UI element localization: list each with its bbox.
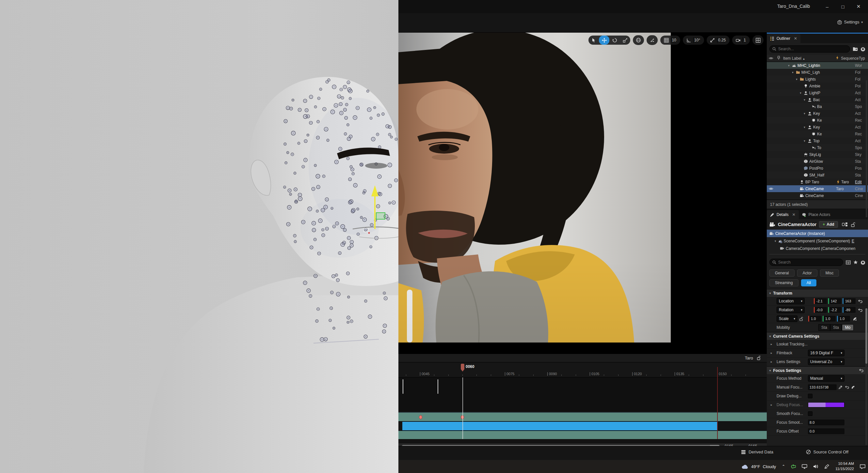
outliner-row-bac[interactable]: ▾BacAct	[767, 96, 868, 103]
outliner-row-ke[interactable]: KeRec	[767, 117, 868, 124]
location-reset-icon[interactable]	[858, 300, 863, 303]
outliner-settings-icon[interactable]	[861, 47, 865, 52]
camera-speed-value[interactable]: 1	[743, 37, 748, 43]
viewport-layout-button[interactable]	[752, 35, 764, 45]
visibility-eye-icon[interactable]	[767, 187, 775, 191]
sequence-name-label[interactable]: Taro	[745, 356, 753, 361]
rotate-tool-button[interactable]	[609, 36, 620, 45]
tab-details[interactable]: Details ✕	[767, 210, 799, 219]
expander-chevron-icon[interactable]: ▾	[803, 126, 806, 129]
outliner-row-mhc-ligh[interactable]: ▾MHC_LighFol	[767, 69, 868, 76]
details-settings-icon[interactable]	[861, 260, 865, 265]
tray-app-icon[interactable]	[791, 464, 796, 469]
mobility-option-2[interactable]: Mo	[842, 324, 854, 331]
visibility-column-eye-icon[interactable]	[767, 56, 775, 61]
select-tool-button[interactable]	[588, 36, 599, 45]
rotation-reset-icon[interactable]	[858, 308, 863, 312]
lower-track-band[interactable]	[398, 430, 767, 439]
derived-data-button[interactable]: Derived Data	[741, 449, 773, 454]
taskbar-clock[interactable]: 10:54 AM 11/15/2022	[835, 461, 854, 471]
taskbar-weather[interactable]: 49°F Cloudy	[741, 464, 776, 469]
debug-focus-color-swatch[interactable]	[808, 402, 844, 407]
outliner-row-lightp[interactable]: ▾LightPAct	[767, 89, 868, 96]
blueprint-edit-icon[interactable]	[842, 222, 848, 227]
scale-y-field[interactable]: 1.0	[823, 316, 836, 322]
expander-chevron-icon[interactable]: ▾	[803, 112, 806, 115]
scale-lock-icon[interactable]	[799, 317, 803, 321]
expander-chevron-icon[interactable]: ▸	[771, 351, 772, 354]
settings-menu[interactable]: Settings ▾	[837, 20, 863, 25]
minimize-button[interactable]: –	[824, 4, 831, 9]
sequencer-track-area[interactable]	[398, 377, 767, 412]
mobility-option-0[interactable]: Sta	[818, 324, 830, 331]
tray-chevron-up-icon[interactable]: ⌃	[782, 464, 785, 469]
scale-snap-control[interactable]: 0.25	[707, 36, 730, 45]
grid-snap-value[interactable]: 10	[671, 37, 679, 43]
scale-x-field[interactable]: 1.0	[808, 316, 821, 322]
lens-settings-dropdown[interactable]: Universal Zo▾	[808, 359, 844, 365]
grid-snap-control[interactable]: 10	[660, 36, 680, 45]
column-type[interactable]: Typ	[859, 56, 868, 61]
outliner-row-skylig[interactable]: SkyLigSky	[767, 151, 868, 158]
outliner-row-lights[interactable]: ▾LightsFol	[767, 76, 868, 82]
camera-settings-section-header[interactable]: ▾ Current Camera Settings	[767, 332, 868, 340]
location-z-field[interactable]: 163	[842, 298, 856, 304]
focus-reset-icon[interactable]	[859, 369, 863, 372]
filmback-dropdown[interactable]: 16:9 Digital F▾	[808, 350, 844, 356]
focus-smoot--field[interactable]: 8.0	[808, 419, 844, 426]
tray-pen-icon[interactable]	[824, 464, 830, 469]
sequence-flash-column-icon[interactable]	[833, 56, 841, 61]
details-scrollbar[interactable]	[865, 308, 867, 445]
scale-keyframe-icon[interactable]	[852, 317, 857, 321]
scale-snap-value[interactable]: 0.25	[717, 37, 728, 43]
move-tool-button[interactable]	[599, 36, 609, 45]
camera-speed-control[interactable]: 1	[732, 36, 750, 45]
location-x-field[interactable]: -2.1	[814, 298, 827, 304]
favorites-star-icon[interactable]	[853, 260, 858, 265]
rotation-y-field[interactable]: -2.2	[828, 307, 841, 313]
section-range-band[interactable]	[402, 421, 717, 430]
smooth-focu--checkbox[interactable]	[808, 411, 812, 416]
outliner-row-ke[interactable]: KeRec	[767, 131, 868, 137]
outliner-row-key[interactable]: ▾KeyAct	[767, 124, 868, 131]
outliner-row-sm-half[interactable]: SM_HalfSta	[767, 172, 868, 178]
sequencer-timeline-ruler[interactable]: 00450075009001050120013501500060	[398, 363, 767, 377]
calibration-3d-viewport[interactable]	[0, 0, 398, 473]
outliner-row-ambie[interactable]: AmbiePoi	[767, 82, 868, 89]
tab-place-actors[interactable]: Place Actors	[799, 210, 834, 219]
expander-chevron-icon[interactable]: ▸	[771, 342, 772, 346]
rotation-snap-control[interactable]: 10°	[683, 36, 704, 45]
expander-chevron-icon[interactable]: ▾	[795, 78, 799, 81]
rotation-dropdown[interactable]: Rotation▾	[777, 307, 805, 313]
scale-z-field[interactable]: 1.0	[837, 316, 850, 322]
maximize-button[interactable]: □	[839, 4, 846, 9]
draw-debug--checkbox[interactable]	[808, 394, 812, 398]
outliner-row-airglow[interactable]: AirGlowSta	[767, 158, 868, 165]
outliner-row-ba[interactable]: BaSpo	[767, 103, 868, 110]
scale-dropdown[interactable]: Scale▾	[777, 315, 798, 322]
display-filter-icon[interactable]	[846, 260, 851, 265]
focus-offset-field[interactable]: 0.0	[808, 428, 844, 434]
component-row[interactable]: CineCameraActor (Instance)	[767, 230, 868, 237]
filter-chip-general[interactable]: General	[769, 269, 795, 277]
outliner-row-to[interactable]: ToSpo	[767, 144, 868, 151]
tab-outliner[interactable]: Outliner ✕	[767, 34, 800, 43]
expander-chevron-icon[interactable]: ▾	[775, 239, 776, 243]
new-folder-button[interactable]	[852, 47, 858, 51]
tab-details-close-icon[interactable]: ✕	[792, 212, 796, 217]
manual-focu--field[interactable]: 133.615738	[808, 384, 837, 390]
outliner-row-cinecame[interactable]: CineCameCine	[767, 192, 868, 199]
keyframe-icon[interactable]	[851, 385, 855, 389]
column-sequence[interactable]: Sequence	[841, 56, 859, 61]
notification-icon[interactable]	[860, 464, 865, 469]
outliner-row-top[interactable]: ▾TopAct	[767, 137, 868, 144]
location-dropdown[interactable]: Location▾	[777, 298, 805, 304]
focus-method-dropdown[interactable]: Manual▾	[808, 375, 844, 382]
focus-settings-section-header[interactable]: ▾ Focus Settings	[767, 366, 868, 374]
expander-chevron-icon[interactable]: ▾	[799, 91, 802, 95]
close-button[interactable]: ✕	[855, 4, 862, 9]
rotation-snap-value[interactable]: 10°	[693, 37, 703, 43]
outliner-row-bp-taro[interactable]: BP TaroTaroEdit	[767, 178, 868, 185]
filter-chip-actor[interactable]: Actor	[797, 269, 817, 277]
component-row[interactable]: CameraComponent (CameraComponen	[767, 245, 868, 252]
